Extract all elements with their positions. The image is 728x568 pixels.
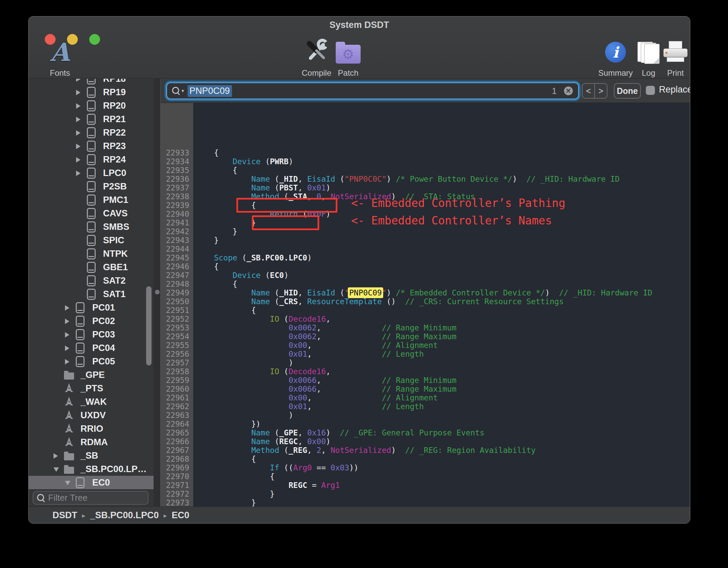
sidebar-item-rp24[interactable]: RP24	[29, 153, 154, 166]
disclosure-closed-icon[interactable]	[65, 332, 69, 338]
sidebar-item-pc03[interactable]: PC03	[29, 328, 154, 341]
sidebar-item-uxdv[interactable]: UXDV	[29, 409, 154, 422]
code-token: IO	[270, 367, 279, 376]
sidebar-item-gpe[interactable]: _GPE	[29, 368, 154, 382]
sidebar-item-pmc1[interactable]: PMC1	[29, 193, 154, 207]
code-line: 22964 })	[161, 420, 690, 428]
pane-divider[interactable]	[154, 79, 161, 506]
code-token: Name	[251, 437, 270, 446]
sidebar-item-pts[interactable]: _PTS	[29, 382, 154, 395]
sidebar-item-gbe1[interactable]: GBE1	[29, 260, 154, 274]
disclosure-open-icon[interactable]	[65, 481, 70, 485]
sidebar-item-rp19[interactable]: RP19	[29, 85, 154, 99]
done-button[interactable]: Done	[614, 83, 641, 99]
sidebar-item-p2sb[interactable]: P2SB	[29, 180, 154, 193]
device-icon	[86, 235, 97, 246]
disclosure-closed-icon[interactable]	[65, 346, 69, 351]
find-previous-button[interactable]: <	[583, 84, 595, 98]
sidebar-item-rrio[interactable]: RRIO	[29, 422, 154, 435]
sidebar-item-rp21[interactable]: RP21	[29, 112, 154, 126]
patch-button[interactable]: ⚙Patch	[326, 37, 370, 78]
code-token: Arg1	[321, 481, 340, 490]
find-input[interactable]: ▾ PNP0C09 1 ✕	[166, 82, 579, 99]
clear-search-icon[interactable]: ✕	[564, 86, 573, 95]
sidebar-item-sat2[interactable]: SAT2	[29, 274, 154, 287]
sidebar-item-label: RRIO	[80, 424, 103, 434]
sidebar-item-rp23[interactable]: RP23	[29, 139, 154, 153]
print-button[interactable]: Print	[654, 37, 690, 78]
sidebar-item-ec0[interactable]: EC0	[29, 476, 154, 489]
replace-checkbox[interactable]	[646, 86, 655, 95]
sidebar-item-wak[interactable]: _WAK	[29, 395, 154, 409]
code-token: Decode16	[289, 315, 326, 323]
sidebar-item-pc05[interactable]: PC05	[29, 355, 154, 368]
sidebar-item-rp20[interactable]: RP20	[29, 99, 154, 112]
sidebar-item-sat1[interactable]: SAT1	[29, 287, 154, 301]
disclosure-open-icon[interactable]	[54, 467, 59, 472]
sidebar-item-pc04[interactable]: PC04	[29, 341, 154, 355]
code-token	[195, 376, 289, 385]
folder-icon	[63, 369, 75, 381]
code-editor[interactable]: <- Embedded Controller’s Pathing <- Embe…	[161, 103, 690, 506]
code-token: // Range Maximum	[382, 385, 457, 393]
replace-label: Replace	[659, 84, 690, 95]
code-token: /* Embedded Controller Device */	[396, 288, 545, 297]
divider-handle-icon[interactable]	[155, 290, 160, 294]
chevron-down-icon[interactable]: ▾	[181, 88, 184, 94]
disclosure-closed-icon[interactable]	[76, 117, 80, 122]
device-icon	[86, 86, 97, 98]
sidebar-item-rdma[interactable]: RDMA	[29, 435, 154, 449]
method-icon	[63, 436, 75, 448]
code-token: ,	[307, 446, 317, 455]
sidebar-item-label: RP24	[103, 154, 126, 165]
code-line: 22943 }	[161, 236, 690, 245]
disclosure-closed-icon[interactable]	[76, 130, 80, 136]
sidebar-item-label: _SB.PC00.LP…	[80, 464, 147, 474]
device-icon	[86, 194, 97, 206]
breadcrumb-item[interactable]: DSDT	[53, 510, 77, 521]
sidebar-item-sbpc00lp[interactable]: _SB.PC00.LP…	[29, 462, 154, 476]
sidebar-item-rp22[interactable]: RP22	[29, 126, 154, 139]
line-number: 22944	[161, 245, 193, 253]
sidebar-item-ntpk[interactable]: NTPK	[29, 247, 154, 260]
code-token: _HID	[279, 175, 298, 183]
disclosure-closed-icon[interactable]	[76, 90, 80, 95]
code-token: ,	[307, 393, 382, 402]
disclosure-closed-icon[interactable]	[65, 305, 69, 311]
fonts-button[interactable]: AFonts	[38, 37, 82, 78]
disclosure-closed-icon[interactable]	[76, 103, 80, 109]
sidebar-item-pc02[interactable]: PC02	[29, 314, 154, 328]
sidebar-item-cavs[interactable]: CAVS	[29, 207, 154, 220]
disclosure-closed-icon[interactable]	[76, 144, 80, 149]
zoom-button[interactable]	[89, 34, 100, 45]
sidebar-tree[interactable]: RP18RP19RP20RP21RP22RP23RP24LPC0P2SBPMC1…	[29, 79, 154, 489]
breadcrumb-item[interactable]: _SB.PC00.LPC0	[90, 510, 159, 521]
sidebar-item-lpc0[interactable]: LPC0	[29, 166, 154, 180]
code-token: REGC	[289, 481, 307, 490]
code-token: }	[195, 227, 237, 236]
line-number: 22938	[161, 192, 193, 201]
breadcrumb-item[interactable]: EC0	[172, 510, 190, 521]
disclosure-closed-icon[interactable]	[76, 79, 80, 82]
disclosure-closed-icon[interactable]	[65, 319, 69, 324]
disclosure-closed-icon[interactable]	[54, 453, 58, 459]
sidebar-item-smbs[interactable]: SMBS	[29, 220, 154, 234]
code-token: 0x0062	[289, 323, 317, 332]
sidebar-item-sb[interactable]: _SB	[29, 449, 154, 462]
sidebar-scrollbar[interactable]	[146, 286, 152, 365]
code-token: 0x0066	[289, 376, 317, 385]
disclosure-closed-icon[interactable]	[65, 359, 69, 364]
sidebar-item-pc01[interactable]: PC01	[29, 301, 154, 314]
filter-tree-input[interactable]: Filter Tree	[33, 491, 148, 505]
sidebar-item-spic[interactable]: SPIC	[29, 234, 154, 247]
code-lines: <- Embedded Controller’s Pathing <- Embe…	[161, 103, 690, 506]
device-icon	[86, 181, 97, 192]
code-token: Name	[251, 288, 270, 297]
disclosure-closed-icon[interactable]	[76, 157, 80, 163]
disclosure-closed-icon[interactable]	[76, 171, 80, 176]
line-number: 22965	[161, 428, 193, 437]
code-token: }	[195, 236, 219, 245]
find-next-button[interactable]: >	[595, 84, 607, 98]
sidebar-item-rp18[interactable]: RP18	[29, 79, 154, 85]
code-token	[195, 481, 289, 490]
